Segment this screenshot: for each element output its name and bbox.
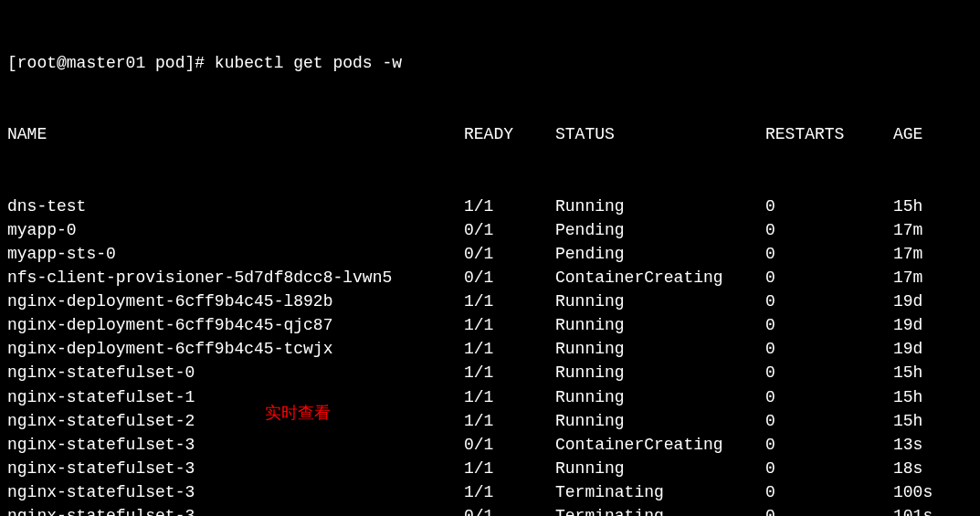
command-prompt: [root@master01 pod]# kubectl get pods -w <box>7 51 973 75</box>
header-restarts: RESTARTS <box>765 122 893 146</box>
table-row: nginx-deployment-6cff9b4c45-qjc871/1Runn… <box>7 313 973 337</box>
cell-name: dns-test <box>7 195 464 218</box>
cell-ready: 0/1 <box>464 504 555 516</box>
cell-restarts: 0 <box>765 313 893 337</box>
cell-status: Running <box>555 361 765 384</box>
cell-ready: 1/1 <box>464 290 555 313</box>
cell-age: 15h <box>893 361 922 384</box>
cell-ready: 1/1 <box>464 195 555 218</box>
cell-ready: 1/1 <box>464 385 555 409</box>
header-status: STATUS <box>555 122 765 146</box>
header-age: AGE <box>893 122 922 146</box>
cell-restarts: 0 <box>765 480 893 504</box>
cell-age: 15h <box>893 195 922 218</box>
terminal-output: [root@master01 pod]# kubectl get pods -w… <box>7 4 973 516</box>
cell-status: ContainerCreating <box>555 433 765 457</box>
cell-age: 18s <box>893 457 922 480</box>
table-row: myapp-sts-00/1Pending017m <box>7 242 973 266</box>
header-name: NAME <box>7 122 464 146</box>
cell-status: Pending <box>555 218 765 242</box>
cell-ready: 1/1 <box>464 337 555 361</box>
cell-ready: 1/1 <box>464 480 555 504</box>
cell-age: 19d <box>893 290 922 313</box>
cell-status: Running <box>555 409 765 433</box>
cell-status: Running <box>555 385 765 409</box>
cell-name: nginx-statefulset-3 <box>7 480 464 504</box>
table-row: nfs-client-provisioner-5d7df8dcc8-lvwn50… <box>7 266 973 290</box>
cell-ready: 0/1 <box>464 218 555 242</box>
cell-ready: 0/1 <box>464 266 555 290</box>
cell-status: Running <box>555 313 765 337</box>
cell-name: nginx-deployment-6cff9b4c45-qjc87 <box>7 313 464 337</box>
table-header: NAMEREADYSTATUSRESTARTSAGE <box>7 122 973 146</box>
cell-name: nginx-statefulset-2 <box>7 409 464 433</box>
cell-ready: 0/1 <box>464 242 555 266</box>
cell-ready: 1/1 <box>464 313 555 337</box>
cell-restarts: 0 <box>765 457 893 480</box>
cell-age: 100s <box>893 480 933 504</box>
cell-status: Running <box>555 457 765 480</box>
cell-status: Running <box>555 290 765 313</box>
cell-restarts: 0 <box>765 337 893 361</box>
cell-status: Terminating <box>555 504 765 516</box>
cell-restarts: 0 <box>765 385 893 409</box>
table-row: nginx-statefulset-11/1Running015h <box>7 385 973 409</box>
cell-status: Running <box>555 337 765 361</box>
cell-name: myapp-0 <box>7 218 464 242</box>
cell-name: myapp-sts-0 <box>7 242 464 266</box>
cell-age: 17m <box>893 218 922 242</box>
header-ready: READY <box>464 122 555 146</box>
cell-age: 19d <box>893 337 922 361</box>
cell-restarts: 0 <box>765 242 893 266</box>
cell-ready: 0/1 <box>464 433 555 457</box>
cell-age: 17m <box>893 266 922 290</box>
cell-status: Running <box>555 195 765 218</box>
cell-ready: 1/1 <box>464 457 555 480</box>
cell-status: Pending <box>555 242 765 266</box>
cell-status: ContainerCreating <box>555 266 765 290</box>
cell-restarts: 0 <box>765 195 893 218</box>
cell-name: nginx-statefulset-3 <box>7 504 464 516</box>
table-row: nginx-statefulset-01/1Running015h <box>7 361 973 384</box>
cell-name: nginx-deployment-6cff9b4c45-l892b <box>7 290 464 313</box>
table-row: nginx-deployment-6cff9b4c45-tcwjx1/1Runn… <box>7 337 973 361</box>
cell-restarts: 0 <box>765 290 893 313</box>
cell-restarts: 0 <box>765 433 893 457</box>
cell-ready: 1/1 <box>464 361 555 384</box>
table-row: myapp-00/1Pending017m <box>7 218 973 242</box>
cell-restarts: 0 <box>765 504 893 516</box>
cell-age: 13s <box>893 433 922 457</box>
annotation-text: 实时查看 <box>265 401 331 425</box>
table-row: nginx-statefulset-31/1Terminating0100s <box>7 480 973 504</box>
table-row: nginx-statefulset-31/1Running018s <box>7 457 973 480</box>
cell-age: 101s <box>893 504 933 516</box>
cell-status: Terminating <box>555 480 765 504</box>
table-row: nginx-statefulset-21/1Running015h <box>7 409 973 433</box>
table-row: dns-test1/1Running015h <box>7 195 973 218</box>
cell-name: nginx-deployment-6cff9b4c45-tcwjx <box>7 337 464 361</box>
table-row: nginx-statefulset-30/1Terminating0101s <box>7 504 973 516</box>
cell-restarts: 0 <box>765 266 893 290</box>
cell-name: nginx-statefulset-1 <box>7 385 464 409</box>
cell-name: nginx-statefulset-3 <box>7 433 464 457</box>
cell-name: nfs-client-provisioner-5d7df8dcc8-lvwn5 <box>7 266 464 290</box>
cell-restarts: 0 <box>765 409 893 433</box>
cell-age: 19d <box>893 313 922 337</box>
table-row: nginx-statefulset-30/1ContainerCreating0… <box>7 433 973 457</box>
cell-age: 17m <box>893 242 922 266</box>
cell-name: nginx-statefulset-3 <box>7 457 464 480</box>
cell-ready: 1/1 <box>464 409 555 433</box>
table-row: nginx-deployment-6cff9b4c45-l892b1/1Runn… <box>7 290 973 313</box>
cell-restarts: 0 <box>765 361 893 384</box>
cell-restarts: 0 <box>765 218 893 242</box>
cell-age: 15h <box>893 385 922 409</box>
cell-name: nginx-statefulset-0 <box>7 361 464 384</box>
cell-age: 15h <box>893 409 922 433</box>
